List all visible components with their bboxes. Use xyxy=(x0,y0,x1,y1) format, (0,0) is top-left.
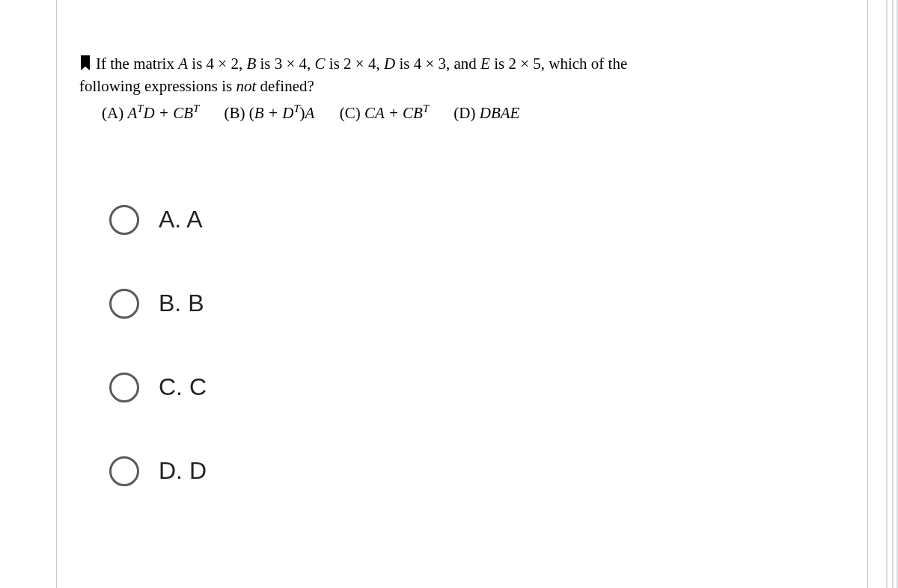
answer-list: A. A B. B C. C D. D xyxy=(79,205,845,486)
expr-A: (A) ATD + CBT xyxy=(102,104,199,123)
q-text: If the matrix xyxy=(96,55,178,73)
radio-icon[interactable] xyxy=(109,205,139,235)
expr-C-1: CA + CB xyxy=(364,104,423,122)
page: If the matrix A is 4 × 2, B is 3 × 4, C … xyxy=(0,0,898,588)
radio-icon[interactable] xyxy=(109,456,139,486)
question-text: If the matrix A is 4 × 2, B is 3 × 4, C … xyxy=(79,52,845,98)
expr-C: (C) CA + CBT xyxy=(340,104,429,123)
expr-C-sup: T xyxy=(423,102,429,114)
expr-A-1: A xyxy=(127,104,137,122)
answer-option-B[interactable]: B. B xyxy=(109,289,845,319)
q-dim-B: is 3 × 4, xyxy=(256,55,314,73)
q-var-C: C xyxy=(315,55,326,73)
q-dim-E: is 2 × 5, which of the xyxy=(490,55,627,73)
answer-option-C[interactable]: C. C xyxy=(109,373,845,402)
q-dim-C: is 2 × 4, xyxy=(326,55,384,73)
answer-label: D. D xyxy=(159,457,207,485)
expr-A-sup2: T xyxy=(193,102,199,114)
expr-D-label: (D) xyxy=(453,104,479,122)
q-not: not xyxy=(236,77,256,95)
expr-B-paren: ( xyxy=(249,104,254,122)
expr-B-sup: T xyxy=(293,102,299,114)
answer-label: C. C xyxy=(159,373,207,401)
expr-A-label: (A) xyxy=(102,104,127,122)
q-var-E: E xyxy=(480,55,490,73)
bookmark-icon xyxy=(79,55,91,70)
answer-label: A. A xyxy=(159,206,203,233)
answer-option-A[interactable]: A. A xyxy=(109,205,845,235)
expr-A-2: D + CB xyxy=(143,104,193,122)
expr-B-2: ) xyxy=(300,104,305,122)
expression-row: (A) ATD + CBT (B) (B + DT)A (C) CA + CBT… xyxy=(79,104,845,123)
radio-icon[interactable] xyxy=(109,373,139,402)
content-frame: If the matrix A is 4 × 2, B is 3 × 4, C … xyxy=(56,0,868,588)
expr-B-1: B + D xyxy=(254,104,294,122)
answer-option-D[interactable]: D. D xyxy=(109,456,845,486)
expr-C-label: (C) xyxy=(340,104,364,122)
expr-D-body: DBAE xyxy=(480,104,520,122)
q-dim-A: is 4 × 2, xyxy=(188,55,246,73)
q-var-B: B xyxy=(246,55,256,73)
radio-icon[interactable] xyxy=(109,289,139,319)
q-line2-pre: following expressions is xyxy=(79,77,236,95)
q-var-A: A xyxy=(178,55,188,73)
expr-B-A: A xyxy=(305,104,315,122)
expr-B-label: (B) xyxy=(224,104,249,122)
expr-D: (D) DBAE xyxy=(453,104,519,123)
q-var-D: D xyxy=(384,55,395,73)
q-line2-post: defined? xyxy=(256,77,314,95)
margin-rule-2 xyxy=(892,0,894,588)
q-dim-D: is 4 × 3, and xyxy=(395,55,480,73)
answer-label: B. B xyxy=(159,290,204,317)
margin-rule-1 xyxy=(886,0,888,588)
expr-B: (B) (B + DT)A xyxy=(224,104,315,123)
